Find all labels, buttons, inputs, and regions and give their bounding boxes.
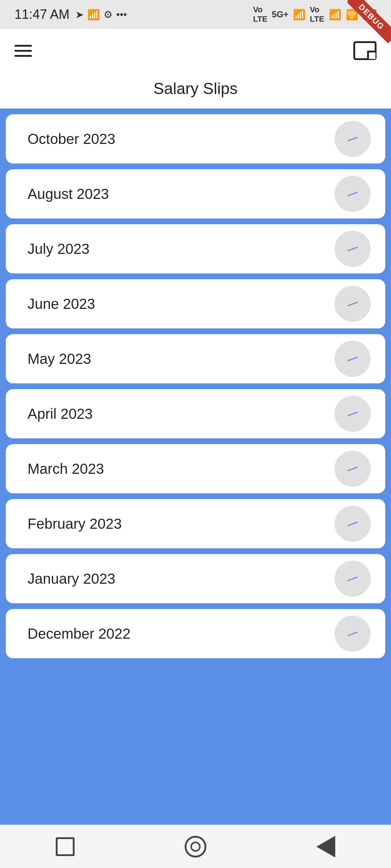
status-left: 11:47 AM ➤ 📶 ⚙ ••• — [14, 7, 127, 22]
slip-label: May 2023 — [28, 351, 91, 367]
signal2-icon: 📶 — [329, 9, 341, 21]
slip-item[interactable]: June 2023 — [6, 279, 385, 328]
slip-item[interactable]: January 2023 — [6, 554, 385, 603]
slip-label: December 2022 — [28, 626, 131, 642]
wifi-icon: 📶 — [87, 9, 100, 21]
stop-icon — [56, 837, 75, 856]
status-bar: 11:47 AM ➤ 📶 ⚙ ••• VoLTE 5G+ 📶 VoLTE 📶 🛜… — [0, 0, 391, 29]
slip-item[interactable]: February 2023 — [6, 499, 385, 548]
slip-dash-icon — [347, 301, 358, 306]
home-button[interactable] — [181, 832, 210, 861]
page-title-container: Salary Slips — [0, 72, 391, 109]
more-icon: ••• — [116, 9, 127, 20]
slip-item[interactable]: July 2023 — [6, 224, 385, 273]
slip-item[interactable]: March 2023 — [6, 444, 385, 493]
hamburger-menu-button[interactable] — [14, 45, 32, 57]
slip-download-button[interactable] — [335, 561, 371, 597]
slip-label: June 2023 — [28, 296, 95, 312]
slip-dash-icon — [347, 246, 358, 251]
slip-label: August 2023 — [28, 186, 109, 202]
hamburger-line-3 — [14, 55, 32, 57]
home-icon — [185, 836, 206, 858]
slip-download-button[interactable] — [335, 396, 371, 432]
main-layout: Salary Slips October 2023 August 2023 Ju… — [0, 29, 391, 825]
slip-label: March 2023 — [28, 461, 104, 477]
slip-download-button[interactable] — [335, 616, 371, 652]
slip-dash-icon — [347, 191, 358, 196]
settings-icon: ⚙ — [104, 9, 113, 21]
slip-download-button[interactable] — [335, 176, 371, 212]
slip-dash-icon — [347, 466, 358, 471]
wifi2-icon: 🛜 — [346, 9, 358, 21]
slip-item[interactable]: December 2022 — [6, 609, 385, 658]
stop-button[interactable] — [51, 832, 80, 861]
slip-label: October 2023 — [28, 131, 115, 147]
5g-icon: 5G+ — [272, 9, 289, 20]
slip-dash-icon — [347, 631, 358, 636]
volte-icon: VoLTE — [253, 5, 268, 24]
slip-download-button[interactable] — [335, 506, 371, 542]
battery-icon: 60 — [363, 9, 377, 20]
slip-item[interactable]: October 2023 — [6, 114, 385, 163]
slip-download-button[interactable] — [335, 286, 371, 322]
app-bar — [0, 29, 391, 72]
hamburger-line-1 — [14, 45, 32, 47]
signal-icon: 📶 — [293, 9, 306, 21]
volte2-icon: VoLTE — [310, 5, 324, 24]
status-time: 11:47 AM — [14, 7, 70, 22]
slip-label: February 2023 — [28, 516, 122, 532]
hamburger-line-2 — [14, 50, 32, 52]
slip-dash-icon — [347, 576, 358, 581]
slip-download-button[interactable] — [335, 121, 371, 157]
slip-label: July 2023 — [28, 241, 89, 257]
slip-item[interactable]: May 2023 — [6, 334, 385, 383]
slip-item[interactable]: August 2023 — [6, 169, 385, 218]
slip-download-button[interactable] — [335, 341, 371, 377]
back-button[interactable] — [311, 832, 340, 861]
slip-dash-icon — [347, 356, 358, 361]
navigation-icon: ➤ — [75, 9, 84, 21]
slip-dash-icon — [347, 521, 358, 526]
status-right: VoLTE 5G+ 📶 VoLTE 📶 🛜 60 — [253, 5, 377, 24]
slip-dash-icon — [347, 136, 358, 141]
slip-label: January 2023 — [28, 571, 115, 587]
slip-dash-icon — [347, 411, 358, 416]
slip-download-button[interactable] — [335, 451, 371, 487]
screen-capture-button[interactable] — [353, 41, 377, 60]
content-area: October 2023 August 2023 July 2023 June … — [0, 109, 391, 825]
slip-label: April 2023 — [28, 406, 93, 422]
slip-item[interactable]: April 2023 — [6, 389, 385, 438]
back-icon — [316, 836, 335, 858]
slip-download-button[interactable] — [335, 231, 371, 267]
status-icons-left: ➤ 📶 ⚙ ••• — [75, 9, 127, 21]
bottom-navigation — [0, 825, 391, 868]
page-title: Salary Slips — [154, 80, 237, 97]
